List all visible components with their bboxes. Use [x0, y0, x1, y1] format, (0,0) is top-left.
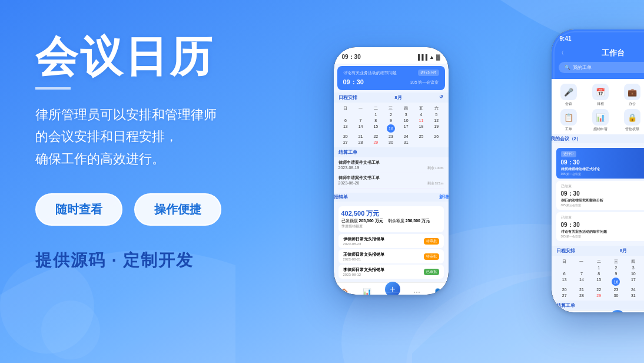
phone2-statusbar: 9:41 ▐▐▐ ▲ ▓	[552, 29, 645, 44]
phone2-bill-section: 结算工单	[552, 301, 645, 311]
p2-add-icon: +	[610, 310, 625, 312]
icon-schedule[interactable]: 📅 日程	[586, 84, 615, 107]
active-meeting-name: 律所律师律法律正式讨论	[561, 167, 600, 172]
schedule-icon-box: 📅	[592, 84, 609, 100]
icon-permission[interactable]: 🔒 管控权限	[618, 109, 645, 132]
workorder-icon-box: 📋	[560, 109, 577, 126]
bill-item-1: 律师申请案件文书工单 2023-08-19 剩余100m	[338, 160, 444, 173]
schedule-title: 日程安排	[338, 94, 357, 101]
operate-button[interactable]: 操作便捷	[134, 193, 221, 226]
phone1-schedule-section: 日程安排 8月 ↺	[334, 93, 449, 103]
phone2-calendar: 日一二三四五六 12345 678910 1112 131415 16 1718…	[552, 256, 645, 301]
title-divider	[35, 87, 71, 90]
permission-icon-box: 🔒	[624, 109, 640, 126]
bill-title: 结算工单	[338, 149, 357, 156]
meeting-card-loc: 305 第一会议室	[410, 80, 439, 85]
bid-item-1: 伊律师日常无头报销单 2023-08-23 待审批	[338, 234, 444, 248]
description: 律所管理员可以安排和管理律师的会议安排和日程安排，确保工作的高效进行。	[35, 104, 294, 170]
office-icon-box: 💼	[624, 84, 640, 100]
more-icon: ⋯	[413, 288, 420, 295]
nav-publish[interactable]: + 公告发布	[385, 286, 400, 295]
workbench-header: 〈 工作台 ⋯ ⊙ 🔍 我的工单 ⊟	[552, 44, 645, 79]
active-meeting-loc: 305 第一会议室	[561, 172, 600, 176]
wb-topbar: 〈 工作台 ⋯ ⊙	[559, 48, 645, 58]
page-title: 会议日历	[35, 35, 294, 78]
phone1-bids: 402,500 万元 已发额度 205,500 万元 剩余额度 250,500 …	[334, 204, 449, 282]
p2-schedule-title: 日程安排	[556, 248, 575, 254]
nav-more[interactable]: ⋯ 更多	[413, 288, 420, 295]
battery-icon: ▓	[436, 54, 440, 60]
p2-bill-title: 结算工单	[556, 302, 575, 309]
bid-stats: 402,500 万元 已发额度 205,500 万元 剩余额度 250,500 …	[338, 206, 444, 232]
icon-workorder[interactable]: 📋 工单	[554, 109, 583, 132]
p2-cal-dates: 12345 678910 1112 131415 16 171819 20212…	[556, 265, 645, 298]
bid-icon-box: 📊	[592, 109, 609, 126]
phone2-meetings: 我的会议（2） 进行中 09：30 律所律师律法律正式讨论 305 第一会议室 …	[552, 134, 645, 246]
meetings-list: 进行中 09：30 律所律师律法律正式讨论 305 第一会议室 已进行3小时	[552, 146, 645, 246]
home-icon: 🏠	[340, 288, 348, 295]
meeting-card-time: 09：30	[343, 78, 364, 87]
search-bar[interactable]: 🔍 我的工单 ⊟	[559, 62, 645, 73]
signal-icon: ▐▐▐	[416, 54, 427, 60]
meeting-icon-box: 🎤	[560, 84, 577, 100]
phone2-bottom-nav: 🏠 首页 📊 工作台 + 公告发布 ⋯ 更多 👤 我的	[552, 311, 645, 312]
icon-meeting[interactable]: 🎤 会议	[554, 84, 583, 107]
search-icon: 🔍	[565, 65, 570, 70]
nav-workbench[interactable]: 📊 工作台	[361, 288, 372, 295]
phones-area: 09：30 ▐▐▐ ▲ ▓ 讨论有关业务活动的细节问题 进行3小时 09：30 …	[279, 12, 609, 363]
schedule-month: 8月	[394, 94, 401, 101]
refresh-icon: ↺	[439, 94, 443, 101]
phone1-bills: 律师申请案件文书工单 2023-08-19 剩余100m 律师申请案件文书工单 …	[334, 157, 449, 193]
active-meeting-time: 09：30	[561, 159, 600, 167]
meetings-title: 我的会议（2）	[552, 134, 645, 143]
meeting-badge: 进行3小时	[418, 70, 439, 76]
phone1-current-meeting: 讨论有关业务活动的细节问题 进行3小时 09：30 305 第一会议室	[337, 66, 445, 90]
search-text: 我的工单	[573, 64, 592, 71]
phone2: 9:41 ▐▐▐ ▲ ▓ 〈 工作台 ⋯ ⊙ 🔍 我的工单 ⊟	[552, 29, 645, 312]
svg-point-4	[41, 301, 100, 359]
back-icon[interactable]: 〈	[559, 50, 564, 57]
meeting-card-title: 讨论有关业务活动的细节问题	[343, 70, 397, 76]
cal-dates: 12 345 67 89 10 11 12 1314 15 16 171819 …	[338, 112, 444, 145]
phone2-schedule-section: 日程安排 8月 ↺	[552, 246, 645, 256]
wb-title: 工作台	[602, 48, 625, 58]
phone1-status-icons: ▐▐▐ ▲ ▓	[416, 54, 440, 60]
meeting-past-2: 已结束 09：30 讨论有关业务活动的细节问题 305 第一会议室 进行3小时	[556, 212, 645, 241]
view-button[interactable]: 随时查看	[35, 193, 122, 226]
phone1-statusbar: 09：30 ▐▐▐ ▲ ▓	[334, 47, 449, 64]
nav-mine[interactable]: 👤 我的	[433, 288, 442, 295]
cal-header-row: 日 一 二 三 四 五 六	[338, 105, 444, 112]
workbench-icon-grid: 🎤 会议 📅 日程 💼 办公 📁 文件 📋 工单	[552, 79, 645, 134]
phone1-bottom-nav: 🏠 首页 📊 工作台 + 公告发布 ⋯ 更多 👤 我的	[334, 282, 449, 295]
svg-point-3	[0, 259, 94, 354]
icon-office[interactable]: 💼 办公	[618, 84, 645, 107]
add-icon: +	[385, 282, 400, 295]
tagline: 提供源码 · 定制开发	[35, 249, 294, 272]
icon-bid[interactable]: 📊 招销申请	[586, 109, 615, 132]
phone1-screen: 09：30 ▐▐▐ ▲ ▓ 讨论有关业务活动的细节问题 进行3小时 09：30 …	[334, 47, 449, 295]
phone1-time: 09：30	[342, 53, 361, 61]
meeting-past-1: 已结束 09：30 例行的法律研究和案例分析 305 第三会议室 进行3小时	[556, 181, 645, 210]
bid-item-2: 王律师日常文头报销单 2023-08-21 待审批	[338, 249, 444, 263]
profile-icon: 👤	[433, 288, 442, 295]
workbench-icon: 📊	[363, 288, 371, 295]
phone1-bill-section: 结算工单	[334, 147, 449, 157]
p2-cal-header: 日一二三四五六	[556, 258, 645, 265]
phone2-screen: 9:41 ▐▐▐ ▲ ▓ 〈 工作台 ⋯ ⊙ 🔍 我的工单 ⊟	[552, 29, 645, 312]
nav-home[interactable]: 🏠 首页	[340, 288, 348, 295]
phone1: 09：30 ▐▐▐ ▲ ▓ 讨论有关业务活动的细节问题 进行3小时 09：30 …	[334, 47, 449, 295]
bid-item-3: 李律师日常文头报销单 2023-08-12 已审批	[338, 265, 444, 279]
phone1-calendar: 日 一 二 三 四 五 六 12 345 67 89 10 11 12	[334, 103, 449, 147]
bid-section-title: 招销单 新增	[334, 193, 449, 202]
phone2-time: 9:41	[560, 35, 572, 42]
action-buttons: 随时查看 操作便捷	[35, 193, 294, 226]
left-content: 会议日历 律所管理员可以安排和管理律师的会议安排和日程安排，确保工作的高效进行。…	[35, 35, 294, 272]
meeting-active: 进行中 09：30 律所律师律法律正式讨论 305 第一会议室 已进行3小时	[556, 148, 645, 179]
wifi-icon: ▲	[429, 54, 434, 60]
bill-item-2: 律师申请案件文书工单 2023-06-20 剩余321m	[338, 175, 444, 189]
